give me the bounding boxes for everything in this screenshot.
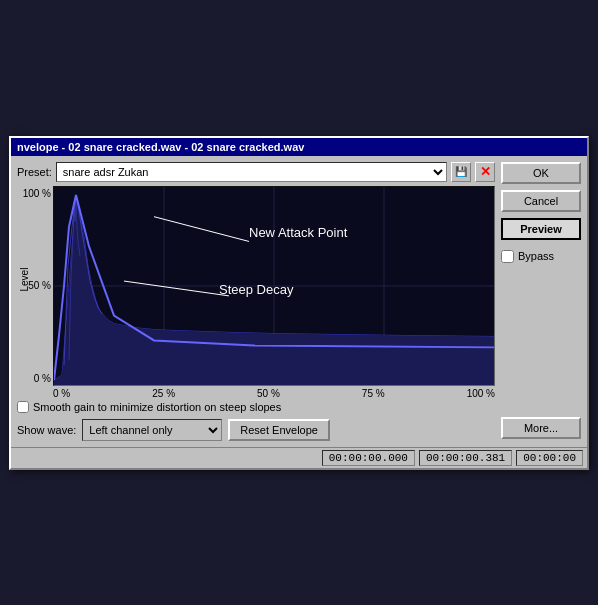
y-label-50: 50 %	[28, 280, 51, 291]
annotation-attack: New Attack Point	[249, 225, 347, 240]
x-label-0: 0 %	[53, 388, 70, 399]
smooth-label: Smooth gain to minimize distortion on st…	[33, 401, 281, 413]
delete-preset-button[interactable]: ✕	[475, 162, 495, 182]
bypass-label: Bypass	[518, 250, 554, 262]
preset-label: Preset:	[17, 166, 52, 178]
bypass-checkbox[interactable]	[501, 250, 514, 263]
content-area: Preset: snare adsr Zukan 💾 ✕ Level 100 %	[11, 156, 587, 447]
x-label-100: 100 %	[467, 388, 495, 399]
y-axis: 100 % 50 % 0 %	[17, 186, 53, 386]
x-label-50: 50 %	[257, 388, 280, 399]
preset-row: Preset: snare adsr Zukan 💾 ✕	[17, 162, 495, 182]
smooth-row: Smooth gain to minimize distortion on st…	[17, 401, 495, 413]
save-icon: 💾	[455, 166, 467, 177]
status-time-3: 00:00:00	[516, 450, 583, 466]
reset-envelope-button[interactable]: Reset Envelope	[228, 419, 330, 441]
y-label-100: 100 %	[23, 188, 51, 199]
x-label-75: 75 %	[362, 388, 385, 399]
y-label-0: 0 %	[34, 373, 51, 384]
window-title: nvelope - 02 snare cracked.wav - 02 snar…	[17, 141, 304, 153]
x-label-25: 25 %	[152, 388, 175, 399]
cancel-button[interactable]: Cancel	[501, 190, 581, 212]
preview-button[interactable]: Preview	[501, 218, 581, 240]
save-preset-button[interactable]: 💾	[451, 162, 471, 182]
annotation-decay: Steep Decay	[219, 282, 293, 297]
chart-body[interactable]: New Attack Point Steep Decay	[53, 186, 495, 386]
wave-select[interactable]: Left channel only Right channel only Bot…	[82, 419, 222, 441]
status-time-2: 00:00:00.381	[419, 450, 512, 466]
svg-line-6	[124, 281, 229, 296]
close-icon: ✕	[480, 164, 491, 179]
smooth-checkbox[interactable]	[17, 401, 29, 413]
bypass-row: Bypass	[501, 250, 581, 263]
preset-select[interactable]: snare adsr Zukan	[56, 162, 447, 182]
right-panel: OK Cancel Preview Bypass More...	[501, 162, 581, 441]
x-axis: 0 % 25 % 50 % 75 % 100 %	[53, 386, 495, 401]
show-wave-label: Show wave:	[17, 424, 76, 436]
more-button[interactable]: More...	[501, 417, 581, 439]
ok-button[interactable]: OK	[501, 162, 581, 184]
chart-area: Level 100 % 50 % 0 %	[17, 186, 495, 386]
main-window: nvelope - 02 snare cracked.wav - 02 snar…	[9, 136, 589, 470]
show-wave-row: Show wave: Left channel only Right chann…	[17, 419, 495, 441]
status-time-1: 00:00:00.000	[322, 450, 415, 466]
title-bar: nvelope - 02 snare cracked.wav - 02 snar…	[11, 138, 587, 156]
status-bar: 00:00:00.000 00:00:00.381 00:00:00	[11, 447, 587, 468]
svg-line-5	[154, 216, 249, 241]
left-panel: Preset: snare adsr Zukan 💾 ✕ Level 100 %	[17, 162, 495, 441]
